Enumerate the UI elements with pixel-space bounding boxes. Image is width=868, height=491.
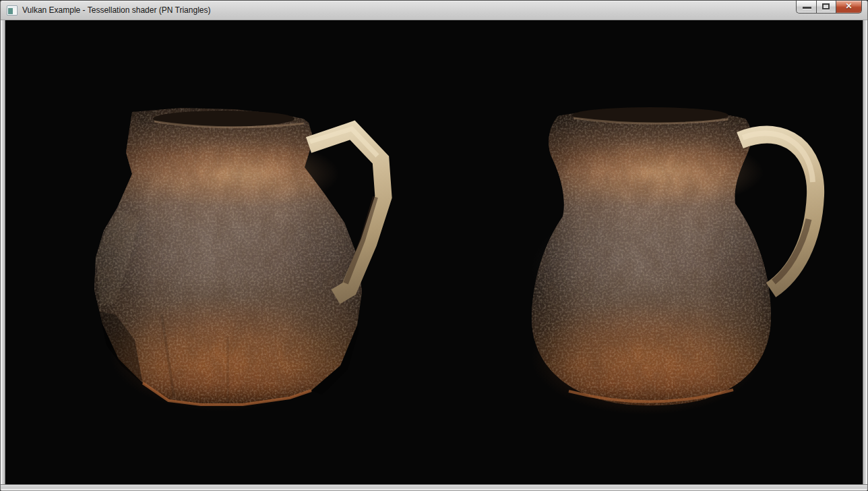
vulkan-scene bbox=[5, 20, 863, 484]
jug-smooth-mottle bbox=[532, 110, 771, 406]
app-window: Vulkan Example - Tessellation shader (PN… bbox=[0, 0, 868, 491]
close-button[interactable]: ✕ bbox=[836, 1, 862, 13]
window-controls: ✕ bbox=[796, 1, 862, 13]
maximize-button[interactable] bbox=[816, 1, 836, 13]
clay-jug-faceted bbox=[94, 108, 383, 411]
window-frame-bottom[interactable] bbox=[1, 484, 867, 490]
clay-jug-smooth bbox=[531, 107, 815, 415]
minimize-button[interactable] bbox=[796, 1, 816, 13]
application-icon[interactable] bbox=[7, 5, 18, 16]
window-frame-right[interactable] bbox=[863, 20, 867, 484]
minimize-icon bbox=[803, 7, 811, 9]
maximize-icon bbox=[822, 3, 830, 9]
close-icon: ✕ bbox=[836, 1, 861, 13]
render-viewport[interactable] bbox=[5, 20, 863, 484]
window-frame-left[interactable] bbox=[1, 20, 5, 484]
window-title: Vulkan Example - Tessellation shader (PN… bbox=[22, 1, 210, 20]
titlebar[interactable]: Vulkan Example - Tessellation shader (PN… bbox=[1, 1, 867, 20]
